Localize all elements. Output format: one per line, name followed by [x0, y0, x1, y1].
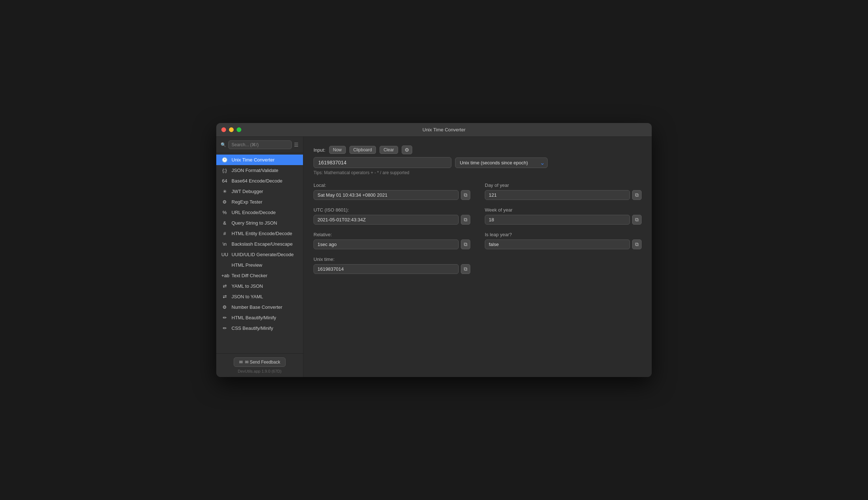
maximize-button[interactable]	[237, 127, 241, 132]
results-grid: Local: ⧉ Day of year ⧉ UTC (IS	[314, 183, 642, 274]
sidebar-item-label: Query String to JSON	[232, 220, 277, 226]
day-of-year-label: Day of year	[485, 183, 642, 188]
leap-year-field: ⧉	[485, 239, 642, 249]
sidebar-item-icon: ✳	[221, 189, 228, 194]
filter-icon[interactable]: ☰	[294, 142, 299, 148]
sidebar-item-html-beautify[interactable]: ✏ HTML Beautify/Minify	[216, 312, 303, 323]
tips-text: Tips: Mathematical operators + - * / are…	[314, 170, 642, 175]
sidebar-item-icon: +ab	[221, 273, 228, 278]
sidebar-item-label: Unix Time Converter	[232, 157, 274, 163]
utc-section: UTC (ISO 8601): ⧉	[314, 207, 470, 225]
sidebar-item-label: JWT Debugger	[232, 189, 263, 194]
sidebar-item-query-string[interactable]: & Query String to JSON	[216, 218, 303, 228]
sidebar-item-icon: 🕐	[221, 157, 228, 163]
sidebar-item-label: URL Encode/Decode	[232, 210, 276, 215]
sidebar-item-label: JSON to YAML	[232, 294, 263, 299]
minimize-button[interactable]	[229, 127, 234, 132]
local-copy-button[interactable]: ⧉	[461, 190, 470, 200]
local-input[interactable]	[314, 190, 459, 200]
sidebar-item-url-encode[interactable]: % URL Encode/Decode	[216, 207, 303, 218]
titlebar: Unix Time Converter	[216, 123, 652, 137]
utc-field: ⧉	[314, 215, 470, 225]
sidebar-item-json-to-yaml[interactable]: ⇄ JSON to YAML	[216, 291, 303, 302]
feedback-icon: ✉	[239, 360, 243, 365]
utc-input[interactable]	[314, 215, 459, 225]
input-area: Unix time (seconds since epoch)Unix time…	[314, 157, 642, 168]
sidebar-item-icon: ⇄	[221, 283, 228, 289]
sidebar-item-html-entity[interactable]: # HTML Entity Encode/Decode	[216, 228, 303, 239]
sidebar-item-yaml-to-json[interactable]: ⇄ YAML to JSON	[216, 281, 303, 291]
relative-input[interactable]	[314, 239, 459, 249]
day-of-year-field: ⧉	[485, 190, 642, 200]
leap-year-copy-button[interactable]: ⧉	[632, 239, 642, 249]
sidebar-item-label: Backslash Escape/Unescape	[232, 241, 292, 247]
week-of-year-section: Week of year ⧉	[485, 207, 642, 225]
feedback-label: ✉ Send Feedback	[245, 360, 280, 365]
clear-button[interactable]: Clear	[380, 146, 398, 154]
feedback-button[interactable]: ✉ ✉ Send Feedback	[234, 357, 286, 367]
sidebar-item-icon: \n	[221, 241, 228, 247]
sidebar-item-css-beautify[interactable]: ✏ CSS Beautify/Minify	[216, 323, 303, 333]
sidebar-item-uuid[interactable]: UU UUID/ULID Generate/Decode	[216, 249, 303, 260]
sidebar-item-label: Number Base Converter	[232, 304, 282, 310]
sidebar-item-number-base[interactable]: ⚙ Number Base Converter	[216, 302, 303, 312]
leap-year-label: Is leap year?	[485, 232, 642, 237]
local-label: Local:	[314, 183, 470, 188]
sidebar-item-label: HTML Entity Encode/Decode	[232, 231, 292, 236]
sidebar-item-icon: ✏	[221, 325, 228, 331]
sidebar-item-icon: ⇄	[221, 294, 228, 299]
sidebar-item-icon: {;}	[221, 168, 228, 173]
search-icon: 🔍	[221, 142, 226, 147]
week-of-year-label: Week of year	[485, 207, 642, 213]
unix-time-input[interactable]	[314, 264, 459, 274]
clipboard-button[interactable]: Clipboard	[349, 146, 376, 154]
sidebar-item-jwt-debugger[interactable]: ✳ JWT Debugger	[216, 186, 303, 197]
search-bar: 🔍 ☰	[216, 137, 303, 153]
unix-time-label: Unix time:	[314, 257, 470, 262]
sidebar-item-label: YAML to JSON	[232, 283, 263, 289]
leap-year-input[interactable]	[485, 239, 630, 249]
sidebar-item-label: HTML Beautify/Minify	[232, 315, 276, 320]
day-of-year-section: Day of year ⧉	[485, 183, 642, 200]
sidebar-item-text-diff[interactable]: +ab Text Diff Checker	[216, 270, 303, 281]
sidebar-item-regexp-tester[interactable]: ⚙ RegExp Tester	[216, 197, 303, 207]
relative-copy-button[interactable]: ⧉	[461, 239, 470, 249]
close-button[interactable]	[221, 127, 226, 132]
input-label: Input:	[314, 147, 326, 153]
format-select-wrap: Unix time (seconds since epoch)Unix time…	[455, 157, 548, 168]
now-button[interactable]: Now	[329, 146, 346, 154]
sidebar-item-label: UUID/ULID Generate/Decode	[232, 252, 294, 257]
utc-copy-button[interactable]: ⧉	[461, 215, 470, 225]
relative-field: ⧉	[314, 239, 470, 249]
relative-label: Relative:	[314, 232, 470, 237]
week-of-year-copy-button[interactable]: ⧉	[632, 215, 642, 225]
sidebar-item-label: HTML Preview	[232, 262, 262, 268]
sidebar-item-icon: UU	[221, 252, 228, 257]
main-content: 🔍 ☰ 🕐 Unix Time Converter {;} JSON Forma…	[216, 137, 652, 377]
sidebar: 🔍 ☰ 🕐 Unix Time Converter {;} JSON Forma…	[216, 137, 303, 377]
settings-button[interactable]: ⚙	[402, 146, 412, 154]
sidebar-item-icon: %	[221, 210, 228, 215]
sidebar-list: 🕐 Unix Time Converter {;} JSON Format/Va…	[216, 153, 303, 353]
version-text: DevUtils.app 1.9.0 (67D)	[238, 369, 281, 373]
sidebar-item-label: Text Diff Checker	[232, 273, 267, 278]
week-of-year-input[interactable]	[485, 215, 630, 225]
input-row: Input: Now Clipboard Clear ⚙	[314, 146, 642, 154]
sidebar-item-unix-time-converter[interactable]: 🕐 Unix Time Converter	[216, 155, 303, 165]
format-select[interactable]: Unix time (seconds since epoch)Unix time…	[455, 157, 548, 168]
unix-time-section: Unix time: ⧉	[314, 257, 470, 274]
sidebar-item-label: RegExp Tester	[232, 199, 262, 205]
local-field: ⧉	[314, 190, 470, 200]
search-input[interactable]	[228, 140, 292, 149]
unix-time-copy-button[interactable]: ⧉	[461, 264, 470, 274]
sidebar-item-json-format[interactable]: {;} JSON Format/Validate	[216, 165, 303, 176]
relative-section: Relative: ⧉	[314, 232, 470, 249]
day-of-year-copy-button[interactable]: ⧉	[632, 190, 642, 200]
sidebar-item-label: Base64 Encode/Decode	[232, 178, 282, 184]
sidebar-item-base64[interactable]: 64 Base64 Encode/Decode	[216, 176, 303, 186]
sidebar-item-backslash[interactable]: \n Backslash Escape/Unescape	[216, 239, 303, 249]
day-of-year-input[interactable]	[485, 190, 630, 200]
utc-label: UTC (ISO 8601):	[314, 207, 470, 213]
sidebar-item-html-preview[interactable]: HTML Preview	[216, 260, 303, 270]
unix-input[interactable]	[314, 157, 451, 168]
